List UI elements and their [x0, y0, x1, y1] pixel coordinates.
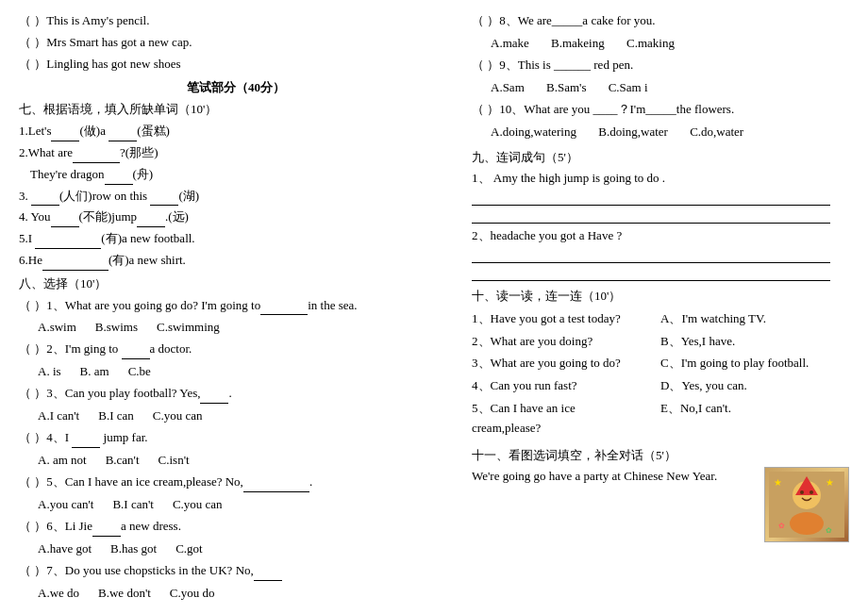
s8-q9: （ ）9、This is ______ red pen. A.Sam B.Sam…	[472, 56, 849, 98]
listening-line-2: （ ）Mrs Smart has got a new cap.	[19, 33, 453, 53]
s9-q2-line2	[472, 266, 830, 281]
s10-pair-5: 5、Can I have an ice cream,please? E、No,I…	[472, 399, 849, 439]
s8-q7: （ ）7、Do you use chopsticks in the UK? No…	[19, 561, 453, 604]
section-11: 十一、看图选词填空，补全对话（5'）	[472, 444, 849, 543]
party-image-svg: ★ ★ ✿ ✿	[769, 472, 844, 538]
s8-q2: （ ）2、I'm ging to a doctor. A. isB. amC.b…	[19, 340, 453, 382]
section8-right: （ ）8、We are_____a cake for you. A.make B…	[472, 11, 849, 142]
left-column: （ ）This is Amy's pencil. （ ）Mrs Smart ha…	[19, 9, 453, 604]
s7-q6: 6.He(有)a new shirt.	[19, 251, 453, 271]
s7-q4: 4. You(不能)jump.(远)	[19, 207, 453, 227]
s7-q1: 1.Let's(做)a (蛋糕)	[19, 122, 453, 141]
s9-q2-words: 2、headache you got a Have ?	[472, 226, 849, 246]
s10-pair-3: 3、What are you going to do? C、I'm going …	[472, 354, 849, 373]
s7-q3: 3. (人们)row on this (湖)	[19, 187, 453, 207]
svg-text:★: ★	[826, 477, 834, 488]
decorative-image: ★ ★ ✿ ✿	[765, 468, 848, 541]
s8-q5: （ ）5、Can I have an ice cream,please? No,…	[19, 473, 453, 515]
section7-title: 七、根据语境，填入所缺单词（10'）	[19, 100, 453, 120]
section-9: 九、连词成句（5'） 1、 Amy the high jump is going…	[472, 148, 849, 281]
listening-line-3: （ ）Lingling has got new shoes	[19, 55, 453, 75]
svg-point-5	[810, 490, 813, 494]
s8-q6: （ ）6、Li Jiea new dress. A.have gotB.has …	[19, 517, 453, 559]
s9-q1-line1	[472, 191, 830, 206]
listening-line-1: （ ）This is Amy's pencil.	[19, 11, 453, 31]
section10-title: 十、读一读，连一连（10'）	[472, 287, 849, 307]
s8-q3: （ ）3、Can you play football? Yes,. A.I ca…	[19, 384, 453, 426]
svg-point-4	[800, 490, 804, 494]
s7-q5: 5.I (有)a new football.	[19, 229, 453, 249]
s9-q1-words: 1、 Amy the high jump is going to do .	[472, 169, 849, 189]
written-title: 笔试部分（40分）	[19, 79, 453, 96]
s10-pair-2: 2、What are you doing? B、Yes,I have.	[472, 332, 849, 352]
section8-title: 八、选择（10'）	[19, 274, 453, 294]
s9-q2-line1	[472, 248, 830, 263]
section9-title: 九、连词成句（5'）	[472, 148, 849, 168]
section-8: 八、选择（10'） （ ）1、What are you going go do?…	[19, 274, 453, 604]
section-10: 十、读一读，连一连（10'） 1、Have you got a test tod…	[472, 287, 849, 439]
s9-q1-line2	[472, 208, 830, 224]
s8-q10: （ ）10、What are you ____？I'm_____the flow…	[472, 100, 849, 142]
s7-q2: 2.What are?(那些)	[19, 143, 453, 163]
s8-q1: （ ）1、What are you going go do? I'm going…	[19, 296, 453, 339]
svg-point-2	[790, 512, 824, 535]
section-7: 七、根据语境，填入所缺单词（10'） 1.Let's(做)a (蛋糕) 2.Wh…	[19, 100, 453, 270]
s10-pair-4: 4、Can you run fast? D、Yes, you can.	[472, 376, 849, 396]
top-listening-section: （ ）This is Amy's pencil. （ ）Mrs Smart ha…	[19, 11, 453, 74]
svg-text:✿: ✿	[826, 526, 832, 535]
s8-q8: （ ）8、We are_____a cake for you. A.make B…	[472, 11, 849, 54]
s7-q2b: They're dragon(舟)	[19, 165, 453, 185]
right-column: （ ）8、We are_____a cake for you. A.make B…	[472, 9, 849, 604]
svg-text:✿: ✿	[778, 522, 785, 530]
section11-image: ★ ★ ✿ ✿	[764, 467, 849, 542]
svg-text:★: ★	[774, 477, 782, 488]
s8-q4: （ ）4、I jump far. A. am notB.can'tC.isn't	[19, 428, 453, 471]
s10-pair-1: 1、Have you got a test today? A、I'm watch…	[472, 309, 849, 329]
section11-title: 十一、看图选词填空，补全对话（5'）	[472, 446, 849, 466]
